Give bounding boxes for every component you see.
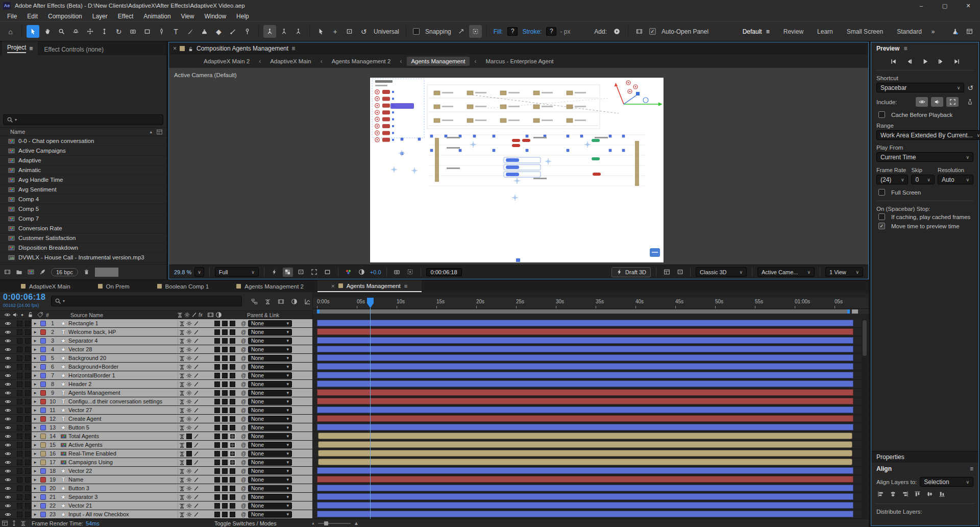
parent-pickwhip-icon[interactable]: @ xyxy=(239,329,248,335)
snapping-checkbox[interactable] xyxy=(413,28,420,35)
layer-track[interactable] xyxy=(312,467,869,475)
layer-motion-blur-switch[interactable] xyxy=(222,338,228,344)
layer-3d-switch[interactable] xyxy=(230,381,235,387)
layer-audio-toggle[interactable] xyxy=(15,449,23,458)
layer-row[interactable]: ▸2TWelcome back, HP@None▾ xyxy=(0,328,869,337)
extensions-icon[interactable] xyxy=(963,25,976,38)
parent-link-select[interactable]: None▾ xyxy=(248,398,292,405)
add-media-button[interactable] xyxy=(610,25,623,38)
parent-pickwhip-icon[interactable]: @ xyxy=(239,399,248,404)
project-item[interactable]: Avg Sentiment xyxy=(0,185,166,195)
layer-quality-switch[interactable] xyxy=(192,320,200,327)
timeline-tab-boolean-comp-1[interactable]: Boolean Comp 1 xyxy=(143,280,223,292)
view-count-select[interactable]: 1 View∨ xyxy=(825,267,863,277)
parent-pickwhip-icon[interactable]: @ xyxy=(239,364,248,370)
play-from-select[interactable]: Current Time ∨ xyxy=(876,152,973,162)
layer-solo-toggle[interactable] xyxy=(23,493,32,501)
type-tool[interactable]: T xyxy=(169,25,182,38)
workspace-menu-icon[interactable]: ≡ xyxy=(766,28,770,35)
menu-file[interactable]: File xyxy=(2,13,22,20)
layer-name[interactable]: Background 20 xyxy=(68,355,178,361)
zoom-slider-thumb[interactable] xyxy=(324,521,328,525)
layer-track[interactable] xyxy=(312,406,869,415)
layer-name[interactable]: Input - All row Checkbox xyxy=(68,511,178,517)
parent-link-select[interactable]: None▾ xyxy=(248,372,292,379)
layer-quality-switch[interactable] xyxy=(192,476,200,483)
stroke-label[interactable]: Stroke: xyxy=(520,28,544,35)
layer-quality-switch[interactable] xyxy=(192,468,200,474)
layer-audio-toggle[interactable] xyxy=(15,441,23,449)
work-area-bar[interactable] xyxy=(317,309,850,314)
layer-shy-switch[interactable] xyxy=(178,320,185,327)
layer-fx-switch[interactable] xyxy=(214,486,220,491)
layer-name[interactable]: Rectangle 1 xyxy=(68,320,178,326)
parent-link-select[interactable]: None▾ xyxy=(248,476,292,483)
breadcrumb-3[interactable]: Agents Management 2 xyxy=(328,57,395,66)
parent-pickwhip-icon[interactable]: @ xyxy=(239,460,248,465)
layer-fx-switch[interactable] xyxy=(214,364,220,370)
layer-track[interactable] xyxy=(312,371,869,380)
layer-3d-switch[interactable] xyxy=(230,512,235,517)
layer-audio-toggle[interactable] xyxy=(15,371,23,379)
parent-link-select[interactable]: None▾ xyxy=(248,502,292,509)
layer-quality-switch[interactable] xyxy=(192,485,200,492)
layer-name[interactable]: Vector 28 xyxy=(68,346,178,352)
layer-3d-switch[interactable] xyxy=(230,503,235,509)
layer-label-chip[interactable] xyxy=(39,373,47,378)
next-frame-button[interactable] xyxy=(935,57,946,66)
layer-expand-arrow[interactable]: ▸ xyxy=(32,477,39,482)
lock-open-icon[interactable] xyxy=(188,46,193,52)
layer-motion-blur-switch[interactable] xyxy=(222,460,228,465)
layer-motion-blur-switch[interactable] xyxy=(222,329,228,335)
menu-help[interactable]: Help xyxy=(231,13,254,20)
layer-shy-switch[interactable] xyxy=(178,416,185,422)
layer-quality-switch[interactable] xyxy=(192,424,200,431)
project-item[interactable]: Animatic xyxy=(0,165,166,175)
layer-label-chip[interactable] xyxy=(39,486,47,491)
layer-3d-switch[interactable] xyxy=(230,364,235,370)
parent-pickwhip-icon[interactable]: @ xyxy=(239,321,248,326)
home-tool[interactable]: ⌂ xyxy=(4,25,17,38)
menu-edit[interactable]: Edit xyxy=(22,13,43,20)
align-bottom-button[interactable] xyxy=(939,491,945,497)
project-item[interactable]: Comp 5 xyxy=(0,204,166,214)
snap-to-guides-icon[interactable] xyxy=(455,25,468,38)
parent-pickwhip-icon[interactable]: @ xyxy=(239,416,248,422)
layer-3d-switch[interactable] xyxy=(230,355,235,361)
layer-expand-arrow[interactable]: ▸ xyxy=(32,486,39,491)
interpret-footage-icon[interactable] xyxy=(4,269,11,275)
workspace-small-screen[interactable]: Small Screen xyxy=(841,28,889,35)
include-overlays-button[interactable] xyxy=(946,97,959,107)
layer-fx-switch[interactable] xyxy=(214,451,220,457)
parent-link-select[interactable]: None▾ xyxy=(248,338,292,344)
parent-link-select[interactable]: None▾ xyxy=(248,364,292,370)
layer-fx-switch[interactable] xyxy=(214,468,220,474)
layer-3d-switch[interactable] xyxy=(230,468,235,474)
layer-shy-switch[interactable] xyxy=(178,364,185,370)
layer-motion-blur-switch[interactable] xyxy=(222,512,228,517)
zoom-out-icon[interactable]: ▲ xyxy=(311,521,315,525)
project-item[interactable]: Conversion Rate xyxy=(0,224,166,233)
layer-label-chip[interactable] xyxy=(39,494,47,500)
layer-3d-switch[interactable] xyxy=(230,321,235,326)
layer-duration-bar[interactable] xyxy=(318,433,852,439)
layer-duration-bar[interactable] xyxy=(318,459,852,465)
range-select[interactable]: Work Area Extended By Current... ∨ xyxy=(876,130,980,140)
layer-shy-switch[interactable] xyxy=(178,355,185,362)
layer-label-chip[interactable] xyxy=(39,338,47,344)
layer-motion-blur-switch[interactable] xyxy=(222,347,228,352)
layer-audio-toggle[interactable] xyxy=(15,475,23,484)
layer-shy-switch[interactable] xyxy=(178,511,185,518)
layer-solo-toggle[interactable] xyxy=(23,467,32,475)
layer-visibility-toggle[interactable] xyxy=(0,337,15,345)
exposure-icon[interactable] xyxy=(357,268,367,277)
breadcrumb-2[interactable]: AdaptiveX Main xyxy=(266,57,315,66)
layer-label-chip[interactable] xyxy=(39,347,47,352)
layer-duration-bar[interactable] xyxy=(317,337,853,344)
pan-camera-tool[interactable] xyxy=(84,25,96,38)
audio-column-icon[interactable] xyxy=(12,312,19,318)
layer-expand-arrow[interactable]: ▸ xyxy=(32,460,39,465)
layer-audio-toggle[interactable] xyxy=(15,432,23,440)
rectangle-tool[interactable] xyxy=(141,25,154,38)
layer-label-chip[interactable] xyxy=(39,434,47,439)
